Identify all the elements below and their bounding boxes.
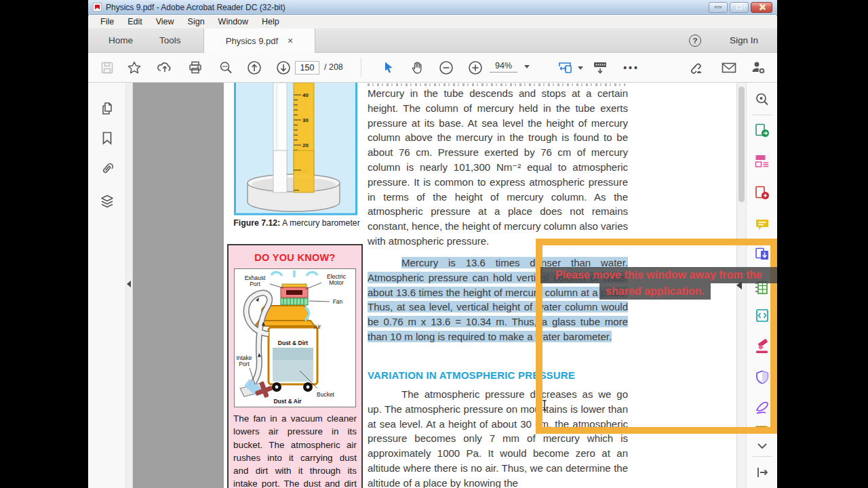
collapse-right-arrow-icon[interactable]: [736, 281, 742, 289]
star-icon[interactable]: [125, 59, 143, 77]
do-you-know-title: DO YOU KNOW?: [229, 252, 361, 263]
menu-window[interactable]: Window: [212, 16, 255, 28]
svg-text:Port: Port: [239, 361, 250, 367]
tab-tools[interactable]: Tools: [159, 28, 181, 53]
acrobat-app-icon: [93, 3, 102, 12]
menu-sign[interactable]: Sign: [181, 16, 212, 28]
zoom-level-value: 94%: [490, 61, 517, 73]
export-pdf-icon[interactable]: [754, 123, 770, 139]
svg-text:Port: Port: [250, 281, 260, 287]
search-icon[interactable]: [217, 59, 235, 77]
tab-document[interactable]: Physics 9.pdf ×: [203, 28, 315, 53]
figure-barometer: 40 30 20 10 Figure 7.12: A mercury barom…: [234, 83, 357, 218]
toolbar: / 208 94% •: [88, 53, 777, 83]
more-tools-icon[interactable]: •••: [623, 59, 640, 77]
figure-caption-text: A mercury barometer: [280, 218, 360, 228]
text-cursor: [541, 399, 548, 414]
collapse-left-arrow-icon[interactable]: [127, 281, 131, 287]
screen-share-warning-line2: shared application.: [599, 283, 711, 300]
fit-width-caret-icon[interactable]: [578, 66, 583, 70]
expand-panel-icon[interactable]: [754, 464, 770, 481]
save-icon[interactable]: [98, 59, 116, 77]
next-page-icon[interactable]: [275, 59, 292, 77]
organize-pages-icon[interactable]: [754, 153, 770, 169]
rail-divider: [753, 456, 772, 457]
figure-caption: Figure 7.12: A mercury barometer: [231, 218, 363, 228]
more-tools-chevron-icon[interactable]: [754, 440, 770, 456]
zoom-out-icon[interactable]: [437, 59, 455, 77]
share-cloud-icon[interactable]: [156, 59, 174, 77]
left-panel-rail: [88, 83, 126, 488]
left-panel-collapse-strip[interactable]: [126, 83, 133, 488]
barometer-illustration: 40 30 20 10: [234, 83, 357, 216]
add-user-icon[interactable]: [749, 59, 767, 77]
help-icon[interactable]: ?: [689, 35, 701, 47]
paragraph-mercury-column: Mercury in the tube descends and stops a…: [368, 86, 628, 249]
menu-file[interactable]: File: [94, 16, 121, 28]
svg-text:Motor: Motor: [329, 279, 344, 286]
print-icon[interactable]: [186, 59, 204, 77]
menu-help[interactable]: Help: [255, 16, 286, 28]
menu-edit[interactable]: Edit: [121, 16, 149, 28]
minimize-button[interactable]: [709, 2, 728, 13]
comment-icon[interactable]: [754, 216, 770, 232]
email-icon[interactable]: [720, 59, 738, 77]
fit-width-icon[interactable]: [556, 59, 574, 77]
tab-document-label: Physics 9.pdf: [226, 36, 278, 46]
close-button[interactable]: [751, 2, 772, 13]
label-bucket: Bucket: [317, 391, 335, 398]
scale-tick-30: 30: [302, 117, 309, 123]
minimize-icon: [715, 6, 722, 8]
select-tool-icon[interactable]: [380, 59, 397, 77]
scrollbar-thumb[interactable]: [738, 87, 745, 202]
page-scrolling-icon[interactable]: [591, 59, 609, 77]
do-you-know-caption: The fan in a vacuum cleaner lowers air p…: [233, 412, 357, 488]
layers-icon[interactable]: [99, 193, 115, 209]
page-number-input[interactable]: [295, 61, 319, 75]
previous-page-icon[interactable]: [245, 59, 263, 77]
create-pdf-icon[interactable]: [754, 185, 770, 201]
tab-home[interactable]: Home: [108, 28, 133, 53]
document-background: [133, 83, 224, 488]
label-dust-air: Dust & Air: [273, 398, 302, 405]
restore-button[interactable]: [730, 2, 749, 13]
restore-icon: [736, 5, 742, 9]
screen: Physics 9.pdf - Adobe Acrobat Reader DC …: [0, 0, 868, 488]
window-title: Physics 9.pdf - Adobe Acrobat Reader DC …: [106, 3, 709, 12]
sign-in-button[interactable]: Sign In: [730, 28, 758, 53]
menu-bar: File Edit View Sign Window Help: [88, 16, 777, 28]
do-you-know-box: DO YOU KNOW?: [227, 244, 363, 488]
vacuum-cleaner-diagram: Exhaust Port Electric Motor Fan Air Inta…: [234, 268, 356, 407]
rail-divider: [753, 115, 772, 115]
zoom-caret-icon: [524, 65, 530, 68]
bookmarks-icon[interactable]: [99, 130, 115, 146]
zoom-level-control[interactable]: 94%: [490, 61, 530, 73]
title-bar[interactable]: Physics 9.pdf - Adobe Acrobat Reader DC …: [88, 0, 777, 15]
attachments-icon[interactable]: [99, 161, 115, 178]
scale-tick-20: 20: [302, 142, 309, 148]
zoom-in-icon[interactable]: [467, 59, 484, 77]
page-thumbnails-icon[interactable]: [99, 100, 115, 117]
figure-caption-number: Figure 7.12:: [233, 218, 280, 228]
close-icon: [758, 3, 766, 11]
tab-bar: Home Tools Physics 9.pdf × ? Sign In: [88, 28, 777, 53]
toolbar-divider: [361, 58, 361, 77]
find-tool-icon[interactable]: [754, 92, 770, 108]
label-fan: Fan: [333, 298, 343, 305]
hand-tool-icon[interactable]: [408, 59, 426, 77]
tab-close-icon[interactable]: ×: [288, 36, 293, 45]
label-dust-dirt: Dust & Dirt: [278, 340, 309, 346]
share-link-icon[interactable]: [686, 59, 704, 77]
page-count-label: / 208: [324, 62, 343, 72]
label-air: Air: [314, 323, 321, 330]
menu-view[interactable]: View: [149, 16, 181, 28]
scale-tick-40: 40: [302, 92, 309, 98]
